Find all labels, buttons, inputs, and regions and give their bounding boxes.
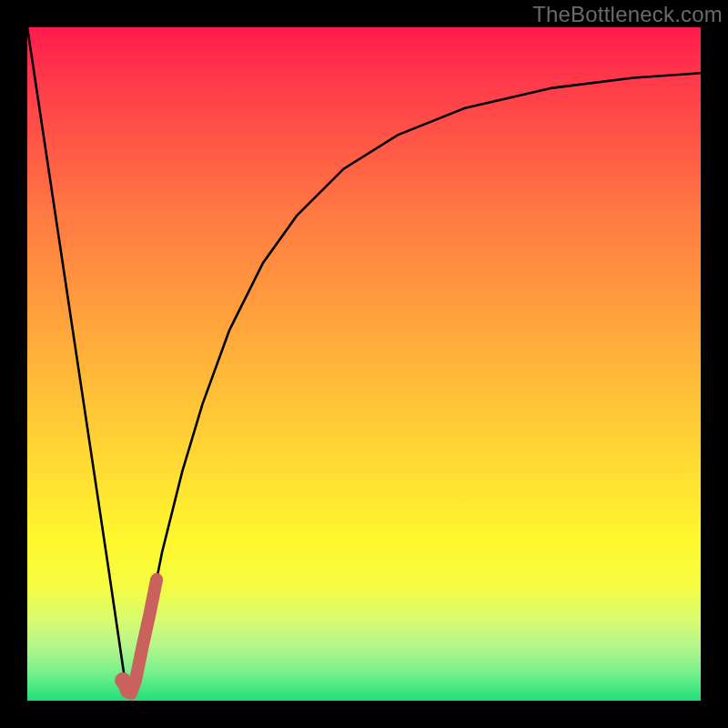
highlight-endpoint — [115, 672, 131, 689]
watermark-text: TheBottleneck.com — [532, 2, 723, 27]
bottleneck-curve — [27, 27, 701, 694]
curve-layer — [27, 27, 701, 701]
chart-frame: TheBottleneck.com — [0, 0, 728, 728]
